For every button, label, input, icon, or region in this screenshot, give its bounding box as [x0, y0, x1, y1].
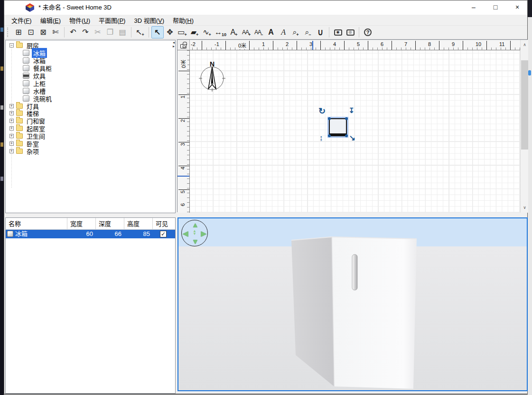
badge: +: [296, 32, 299, 37]
menu-label: ): [29, 17, 31, 24]
rotate-indicator-icon[interactable]: ↻: [318, 107, 326, 115]
scroll-up-button[interactable]: ∧: [521, 41, 529, 49]
new-home-button[interactable]: ⊞: [12, 26, 25, 38]
ruler-label: 1: [180, 95, 186, 98]
create-rooms-button[interactable]: ▰+: [188, 26, 201, 38]
column-header-height[interactable]: 高度: [124, 218, 153, 230]
nav-down-arrow[interactable]: ▼: [192, 238, 199, 245]
folder-icon: [16, 43, 23, 48]
help-button[interactable]: ?: [362, 26, 374, 38]
menu-label: ): [59, 17, 61, 24]
menu-edit[interactable]: 编辑(E): [36, 15, 65, 26]
add-furniture-button[interactable]: ↖+: [134, 26, 146, 38]
collapse-icon[interactable]: −: [9, 43, 14, 47]
copy-button[interactable]: ❐: [104, 26, 116, 38]
nav-up-arrow[interactable]: ▲: [192, 221, 199, 228]
minimize-button[interactable]: –: [463, 0, 485, 15]
italic-button[interactable]: A: [277, 26, 289, 38]
create-walls-button[interactable]: ▭+: [176, 26, 188, 38]
visible-checkbox[interactable]: ✓: [160, 231, 167, 237]
menu-furniture[interactable]: 物件(U): [65, 15, 94, 26]
pan-tool-button[interactable]: ✥: [164, 26, 176, 38]
tree-category-kitchen[interactable]: −厨房: [6, 42, 175, 49]
title-bar[interactable]: * 未命名 - Sweet Home 3D – □ ×: [4, 0, 527, 15]
expand-icon[interactable]: +: [9, 104, 14, 108]
dimension-icon: ↔: [215, 28, 222, 36]
paste-icon: ▤: [119, 28, 126, 36]
window-title: * 未命名 - Sweet Home 3D: [38, 0, 112, 15]
folder-icon: [16, 118, 23, 123]
nav-left-arrow[interactable]: ◀: [183, 230, 188, 237]
scroll-down-button[interactable]: ∨: [521, 204, 529, 212]
folder-icon: [16, 103, 23, 109]
magnet-icon: ∪: [317, 28, 323, 37]
create-polylines-button[interactable]: ∿+: [201, 26, 213, 38]
menu-mnemonic: U: [84, 17, 88, 24]
column-header-visible[interactable]: 可见: [153, 218, 175, 230]
expand-icon[interactable]: +: [9, 119, 14, 123]
create-video-button[interactable]: ◎: [344, 26, 356, 38]
maximize-icon: □: [494, 3, 497, 11]
resize-indicator-icon[interactable]: ↘: [349, 134, 355, 142]
nav-zoom-out-icon[interactable]: ▼: [193, 232, 196, 236]
add-text-button[interactable]: A+: [228, 26, 240, 38]
decrease-text-size-button[interactable]: AA−: [252, 26, 265, 38]
undo-button[interactable]: ↶: [67, 26, 79, 38]
sliver-fragment: [0, 28, 3, 32]
ruler-corner: [177, 40, 190, 50]
open-home-button[interactable]: ⊡: [25, 26, 37, 38]
nav-right-arrow[interactable]: ▶: [201, 230, 206, 237]
expand-icon[interactable]: +: [9, 126, 14, 131]
cut-button[interactable]: ✂: [92, 26, 104, 38]
compass-icon[interactable]: N: [198, 60, 226, 92]
check-icon: ✓: [161, 231, 166, 237]
nav-zoom-control[interactable]: ▲▼: [193, 230, 196, 236]
plan-canvas[interactable]: N ↻ ↧ ↨ ↘: [190, 50, 520, 213]
save-home-button[interactable]: ⊠: [37, 26, 49, 38]
menu-3d-view[interactable]: 3D 视图(V): [130, 15, 168, 26]
3d-navigation-control[interactable]: ▲ ▼ ◀ ▶ ▲▼: [181, 220, 208, 246]
menu-help[interactable]: 帮助(H): [168, 15, 198, 26]
cell-width: 60: [67, 230, 96, 238]
close-button[interactable]: ×: [506, 0, 528, 15]
minimize-icon: –: [472, 3, 476, 11]
badge: +: [248, 32, 251, 37]
scrollbar-thumb[interactable]: [521, 60, 528, 150]
paste-button[interactable]: ▤: [116, 26, 129, 38]
menu-mnemonic: P: [119, 17, 123, 24]
preferences-button[interactable]: ✄: [49, 26, 62, 38]
redo-button[interactable]: ↷: [79, 26, 92, 38]
column-header-name[interactable]: 名称: [6, 218, 67, 230]
height-indicator-icon[interactable]: ↧: [348, 107, 355, 114]
elevation-indicator-icon[interactable]: ↨: [319, 134, 323, 141]
select-tool-button[interactable]: ↖: [151, 26, 164, 38]
expand-icon[interactable]: +: [9, 134, 14, 138]
maximize-button[interactable]: □: [485, 0, 506, 15]
tree-category-miscellaneous[interactable]: +杂项: [6, 147, 175, 155]
plan-vertical-scrollbar[interactable]: ∧ ∨: [520, 40, 528, 213]
table-row[interactable]: 冰箱 60 66 85 ✓: [6, 230, 175, 238]
application-window: * 未命名 - Sweet Home 3D – □ × 文件(F) 编辑(E) …: [4, 0, 528, 394]
menu-file[interactable]: 文件(F): [7, 15, 36, 26]
column-header-depth[interactable]: 深度: [96, 218, 124, 230]
fridge-3d-model[interactable]: [178, 218, 527, 390]
badge: −: [261, 32, 263, 37]
expand-icon[interactable]: +: [9, 149, 14, 153]
selected-furniture-fridge[interactable]: ↻ ↧ ↨ ↘: [329, 118, 347, 136]
zoom-out-button[interactable]: ⌕−: [302, 26, 314, 38]
column-header-width[interactable]: 宽度: [67, 218, 96, 230]
bold-button[interactable]: A: [265, 26, 277, 38]
expand-icon[interactable]: +: [9, 111, 14, 115]
view-3d[interactable]: ▲ ▼ ◀ ▶ ▲▼: [177, 217, 528, 391]
tree-item-dishwasher[interactable]: 洗碗机: [23, 94, 175, 102]
magnet-button[interactable]: ∪: [314, 26, 327, 38]
create-dimensions-button[interactable]: ↔10: [213, 26, 228, 38]
increase-text-size-button[interactable]: AA+: [240, 26, 252, 38]
ruler-label: 2: [286, 41, 289, 47]
create-photo-button[interactable]: ◉: [332, 26, 344, 38]
expand-icon[interactable]: +: [9, 141, 14, 146]
fridge-left-face: [291, 237, 334, 386]
toolbar-grip[interactable]: [7, 28, 10, 37]
menu-plan[interactable]: 平面图(P): [94, 15, 130, 26]
zoom-in-button[interactable]: ⌕+: [289, 26, 302, 38]
